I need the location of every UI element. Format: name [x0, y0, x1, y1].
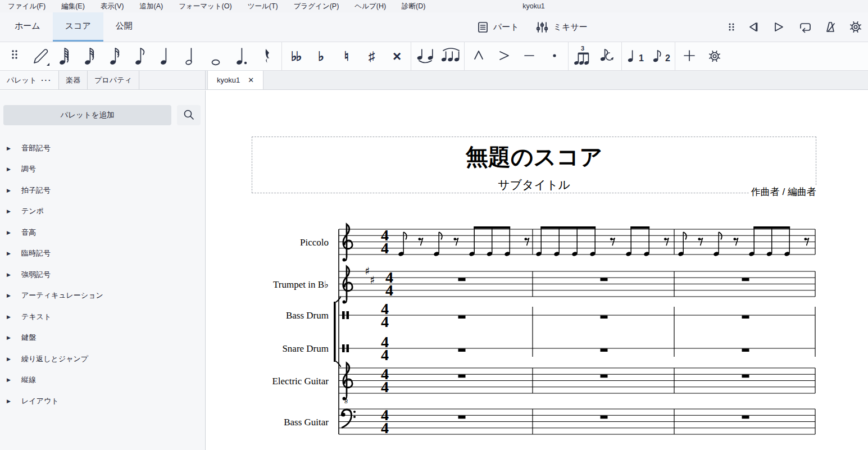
- palette-category[interactable]: ▶テキスト: [0, 306, 205, 328]
- note-32nd-button[interactable]: [78, 44, 103, 69]
- palette-category-label: レイアウト: [21, 396, 59, 406]
- palette-category-label: 音高: [21, 228, 36, 238]
- workspace-tab-スコア[interactable]: スコア: [53, 12, 103, 42]
- rest-icon: [257, 44, 279, 68]
- menu-item[interactable]: 表示(V): [93, 0, 132, 12]
- menu-bar: ファイル(F)編集(E)表示(V)追加(A)フォーマット(O)ツール(T)プラグ…: [0, 0, 868, 12]
- close-icon[interactable]: ✕: [248, 76, 254, 84]
- palette-search-button[interactable]: [177, 105, 201, 125]
- menu-item[interactable]: ファイル(F): [0, 0, 53, 12]
- panel-tab-パレット[interactable]: パレット···: [0, 71, 59, 89]
- metronome-icon[interactable]: [824, 21, 837, 33]
- more-options-icon[interactable]: ···: [41, 76, 52, 84]
- flip-direction-icon: [597, 44, 619, 68]
- palette-category[interactable]: ▶音高: [0, 222, 205, 243]
- svg-text:Trumpet in B♭: Trumpet in B♭: [273, 279, 329, 290]
- music-system[interactable]: Piccolo44Trumpet in B♭♯♯44Bass Drum44Sna…: [206, 90, 868, 450]
- note-8th-button[interactable]: [129, 44, 154, 69]
- toolbar-separator: [621, 42, 622, 71]
- workspace-tab-公開[interactable]: 公開: [103, 12, 145, 42]
- tuplet-button[interactable]: 3: [570, 44, 595, 69]
- slur-button[interactable]: [438, 44, 463, 69]
- parts-button[interactable]: パート: [478, 21, 519, 33]
- palette-category-label: 臨時記号: [21, 248, 51, 258]
- top-actions: パート ミキサー: [478, 12, 588, 42]
- rest-button[interactable]: [255, 44, 280, 69]
- expand-arrow-icon: ▶: [7, 293, 21, 298]
- voice-1-button[interactable]: 1: [623, 44, 648, 69]
- workspace-tab-bar: ホームスコア公開 パート ミキサー: [0, 12, 868, 42]
- palette-category-label: アーティキュレーション: [21, 290, 103, 301]
- svg-text:Bass Drum: Bass Drum: [286, 310, 329, 321]
- flat-button[interactable]: ♭: [308, 44, 334, 69]
- note-half-button[interactable]: [179, 44, 204, 69]
- note-16th-button[interactable]: [103, 44, 129, 69]
- palette-category[interactable]: ▶音部記号: [0, 138, 205, 159]
- customize-icon: [704, 44, 725, 68]
- flip-direction-button[interactable]: [595, 44, 620, 69]
- note-64th-button[interactable]: [53, 44, 78, 69]
- mixer-icon: [536, 21, 548, 33]
- augmentation-dot-button[interactable]: [230, 44, 255, 69]
- double-sharp-button[interactable]: ×: [384, 44, 410, 69]
- menu-item[interactable]: 編集(E): [53, 0, 93, 12]
- double-flat-button[interactable]: ♭♭: [283, 44, 308, 69]
- playback-settings-gear-icon[interactable]: [849, 20, 862, 34]
- loop-icon[interactable]: [797, 20, 812, 34]
- svg-text:4: 4: [381, 239, 389, 257]
- palette-category[interactable]: ▶拍子記号: [0, 180, 205, 201]
- play-icon[interactable]: [772, 21, 785, 33]
- tenuto-button[interactable]: [516, 44, 542, 69]
- panel-tab-楽器[interactable]: 楽器: [59, 71, 88, 89]
- rewind-icon[interactable]: [747, 21, 760, 33]
- menu-item[interactable]: 追加(A): [131, 0, 171, 12]
- customize-button[interactable]: [702, 44, 727, 69]
- palette-category[interactable]: ▶テンポ: [0, 201, 205, 222]
- double-sharp-icon: ×: [393, 49, 401, 63]
- workspace-tab-ホーム[interactable]: ホーム: [2, 12, 53, 42]
- note-quarter-button[interactable]: [154, 44, 179, 69]
- panel-tab-label: パレット: [7, 75, 37, 85]
- palette-category[interactable]: ▶繰り返しとジャンプ: [0, 348, 205, 370]
- palette-category[interactable]: ▶調号: [0, 159, 205, 180]
- note-input-button[interactable]: [28, 44, 53, 69]
- drag-handle-icon: [4, 44, 26, 68]
- palette-category[interactable]: ▶アーティキュレーション: [0, 285, 205, 307]
- drag-handle-button[interactable]: [2, 44, 28, 69]
- accent-button[interactable]: [491, 44, 516, 69]
- panel-tab-プロパティ[interactable]: プロパティ: [88, 71, 139, 89]
- natural-icon: ♮: [344, 50, 348, 63]
- parts-label: パート: [493, 22, 519, 33]
- natural-button[interactable]: ♮: [334, 44, 359, 69]
- palette-category-label: 繰り返しとジャンプ: [21, 354, 88, 364]
- double-flat-icon: ♭♭: [291, 50, 301, 63]
- sharp-button[interactable]: ♯: [359, 44, 384, 69]
- expand-arrow-icon: ▶: [7, 398, 21, 404]
- palette-category[interactable]: ▶レイアウト: [0, 390, 205, 412]
- staccato-icon: [544, 44, 565, 68]
- palette-category[interactable]: ▶強弱記号: [0, 264, 205, 285]
- note-whole-button[interactable]: [204, 44, 230, 69]
- palette-category-label: 鍵盤: [21, 333, 36, 343]
- palette-category-label: テキスト: [21, 312, 51, 322]
- drag-handle-icon[interactable]: [728, 22, 735, 32]
- score-canvas[interactable]: 無題のスコア サブタイトル 作曲者 / 編曲者 Piccolo44Trumpet…: [206, 90, 868, 450]
- mixer-button[interactable]: ミキサー: [536, 21, 588, 33]
- voice-2-button[interactable]: 2: [648, 44, 674, 69]
- palette-category-label: 縦線: [21, 375, 36, 385]
- svg-text:4: 4: [381, 378, 389, 396]
- palette-category[interactable]: ▶縦線: [0, 370, 205, 391]
- add-button[interactable]: [676, 44, 702, 69]
- add-palette-button[interactable]: パレットを追加: [3, 105, 171, 125]
- staccato-button[interactable]: [542, 44, 567, 69]
- palette-category[interactable]: ▶鍵盤: [0, 328, 205, 349]
- expand-arrow-icon: ▶: [7, 377, 21, 383]
- tenuto-icon: [519, 44, 540, 68]
- marcato-button[interactable]: [466, 44, 491, 69]
- document-tab[interactable]: kyoku1 ✕: [207, 71, 263, 89]
- palette-category[interactable]: ▶臨時記号: [0, 243, 205, 265]
- svg-text:Bass Guitar: Bass Guitar: [284, 417, 329, 428]
- tuplet-icon: 3: [572, 44, 593, 68]
- tie-button[interactable]: [412, 44, 438, 69]
- svg-text:1: 1: [639, 53, 644, 63]
